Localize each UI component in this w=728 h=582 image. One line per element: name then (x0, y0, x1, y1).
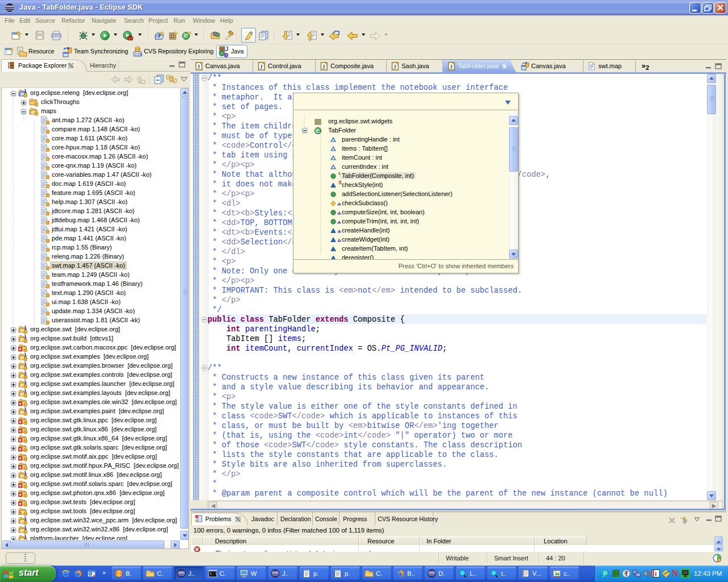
svg-text:J: J (322, 64, 325, 70)
svg-text:J: J (450, 64, 453, 70)
svg-text:i: i (655, 570, 657, 577)
svg-text:J: J (260, 64, 263, 70)
svg-text:CVS: CVS (134, 52, 142, 56)
svg-text:J: J (158, 33, 160, 39)
svg-text:N: N (672, 568, 679, 578)
svg-text:J: J (225, 46, 229, 52)
svg-text:C: C (316, 128, 320, 134)
svg-text:J: J (197, 64, 200, 70)
svg-text:C:\: C:\ (210, 572, 217, 576)
svg-text:J: J (394, 64, 396, 70)
